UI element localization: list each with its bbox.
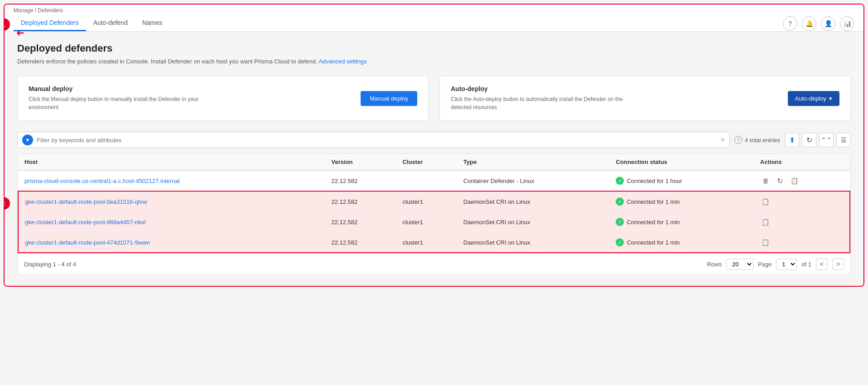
collapse-button[interactable]: ⌃⌃ xyxy=(819,133,834,147)
connected-check-icon: ✓ xyxy=(616,218,624,226)
page-description: Defenders enforce the policies created i… xyxy=(17,58,851,65)
cluster-cell: cluster1 xyxy=(396,191,457,212)
annotation-1: 1 xyxy=(4,18,10,31)
auto-deploy-button[interactable]: Auto-deploy ▾ xyxy=(788,91,839,106)
version-cell: 22.12.582 xyxy=(325,212,396,232)
host-link[interactable]: gke-cluster1-default-node-pool-0ea31516-… xyxy=(25,198,147,205)
connection-status-cell: ✓Connected for 1 min xyxy=(609,212,753,232)
chart-icon-btn[interactable]: 📊 xyxy=(840,16,854,31)
type-cell: DaemonSet CRI on Linux xyxy=(457,212,610,232)
notifications-icon-btn[interactable]: 🔔 xyxy=(802,16,816,31)
connection-status-text: Connected for 1 hour xyxy=(627,178,682,184)
type-cell: Container Defender - Linux xyxy=(457,170,610,191)
table-wrap: Host Version Cluster Type Connection sta… xyxy=(17,154,851,275)
delete-button[interactable]: 🗑 xyxy=(760,175,771,186)
connected-check-icon: ✓ xyxy=(616,238,624,246)
filter-icon: ▼ xyxy=(22,135,33,145)
host-link[interactable]: gke-cluster1-default-node-pool-474d1071-… xyxy=(25,239,150,246)
export-button[interactable]: ⬆ xyxy=(785,133,799,147)
manual-deploy-button[interactable]: Manual deploy xyxy=(361,91,417,106)
col-actions: Actions xyxy=(754,154,850,170)
table-row: gke-cluster1-default-node-pool-868a4457-… xyxy=(18,212,850,232)
connection-status-cell: ✓Connected for 1 min xyxy=(609,191,753,212)
cluster-cell: cluster1 xyxy=(396,232,457,253)
columns-button[interactable]: ☰ xyxy=(836,133,851,147)
auto-deploy-card: Auto-deploy Click the Auto-deploy button… xyxy=(439,76,851,121)
actions-cell: 🗑↻📋 xyxy=(754,170,850,191)
copy-button[interactable]: 📋 xyxy=(760,196,771,207)
page-select[interactable]: 1 xyxy=(776,259,797,270)
connection-status-text: Connected for 1 min xyxy=(627,198,680,205)
copy-button[interactable]: 📋 xyxy=(789,175,800,186)
table-row: gke-cluster1-default-node-pool-474d1071-… xyxy=(18,232,850,253)
version-cell: 22.12.582 xyxy=(325,232,396,253)
entries-help-icon[interactable]: ? xyxy=(734,136,743,144)
table-footer: Displaying 1 - 4 of 4 Rows 20 50 100 Pag… xyxy=(18,253,850,274)
col-version: Version xyxy=(325,154,396,170)
manual-deploy-title: Manual deploy xyxy=(29,85,201,92)
rows-select[interactable]: 20 50 100 xyxy=(726,259,753,270)
breadcrumb: Manage / Defenders xyxy=(14,7,854,14)
tab-names[interactable]: Names xyxy=(135,15,169,31)
filter-bar: ▼ × ? 4 total entries ⬆ ↻ ⌃⌃ ☰ xyxy=(17,132,851,148)
filter-clear-button[interactable]: × xyxy=(721,136,725,144)
host-link[interactable]: gke-cluster1-default-node-pool-868a4457-… xyxy=(25,219,146,226)
table-row: gke-cluster1-default-node-pool-0ea31516-… xyxy=(18,191,850,212)
type-cell: DaemonSet CRI on Linux xyxy=(457,191,610,212)
advanced-settings-link[interactable]: Advanced settings xyxy=(319,58,367,65)
actions-cell: 📋 xyxy=(754,232,850,253)
next-page-button[interactable]: > xyxy=(832,258,844,270)
page-title: Deployed defenders xyxy=(17,43,851,54)
cluster-cell: cluster1 xyxy=(396,212,457,232)
refresh-button[interactable]: ↻ xyxy=(802,133,816,147)
type-cell: DaemonSet CRI on Linux xyxy=(457,232,610,253)
connected-check-icon: ✓ xyxy=(616,197,624,206)
version-cell: 22.12.582 xyxy=(325,170,396,191)
defenders-table: Host Version Cluster Type Connection sta… xyxy=(18,154,850,253)
prev-page-button[interactable]: < xyxy=(816,258,828,270)
help-icon-btn[interactable]: ? xyxy=(783,16,797,31)
top-icons: ? 🔔 👤 📊 xyxy=(783,16,854,31)
host-link[interactable]: prisma-cloud-console.us-central1-a.c.hos… xyxy=(24,178,180,184)
main-content: Deployed defenders Defenders enforce the… xyxy=(5,32,863,286)
col-cluster: Cluster xyxy=(396,154,457,170)
manual-deploy-card: Manual deploy Click the Manual deploy bu… xyxy=(17,76,429,121)
manual-deploy-desc: Click the Manual deploy button to manual… xyxy=(29,95,201,111)
tab-auto-defend[interactable]: Auto-defend xyxy=(86,15,135,31)
display-count: Displaying 1 - 4 of 4 xyxy=(24,261,76,268)
copy-button[interactable]: 📋 xyxy=(760,237,771,248)
deploy-cards: Manual deploy Click the Manual deploy bu… xyxy=(17,76,851,121)
connection-status-text: Connected for 1 min xyxy=(627,219,680,226)
auto-deploy-desc: Click the Auto-deploy button to automati… xyxy=(451,95,623,111)
actions-cell: 📋 xyxy=(754,212,850,232)
annotation-2: 2 xyxy=(4,197,10,210)
connection-status-cell: ✓Connected for 1 min xyxy=(609,232,753,253)
arrow-1: ➜ xyxy=(16,27,24,39)
tabs: Deployed Defenders Auto-defend Names xyxy=(14,15,169,31)
user-icon-btn[interactable]: 👤 xyxy=(821,16,835,31)
table-header-row: Host Version Cluster Type Connection sta… xyxy=(18,154,850,170)
connected-check-icon: ✓ xyxy=(616,177,624,185)
pagination: Rows 20 50 100 Page 1 of 1 < > xyxy=(707,258,844,270)
auto-deploy-title: Auto-deploy xyxy=(451,85,623,92)
col-type: Type xyxy=(457,154,610,170)
actions-cell: 📋 xyxy=(754,191,850,212)
table-row: prisma-cloud-console.us-central1-a.c.hos… xyxy=(18,170,850,191)
entries-badge: ? 4 total entries xyxy=(734,136,780,144)
filter-input-wrap: ▼ × xyxy=(17,132,730,148)
of-label: of 1 xyxy=(801,261,811,268)
page-label: Page xyxy=(758,261,772,268)
col-host: Host xyxy=(18,154,325,170)
col-connection-status: Connection status xyxy=(609,154,753,170)
copy-button[interactable]: 📋 xyxy=(760,217,771,227)
rows-label: Rows xyxy=(707,261,722,268)
header: Manage / Defenders Deployed Defenders Au… xyxy=(5,5,863,32)
connection-status-cell: ✓Connected for 1 hour xyxy=(609,170,753,191)
cluster-cell xyxy=(396,170,457,191)
filter-input[interactable] xyxy=(37,137,721,144)
filter-actions: ⬆ ↻ ⌃⌃ ☰ xyxy=(785,133,851,147)
connection-status-text: Connected for 1 min xyxy=(627,239,680,246)
version-cell: 22.12.582 xyxy=(325,191,396,212)
refresh-row-button[interactable]: ↻ xyxy=(775,175,786,186)
